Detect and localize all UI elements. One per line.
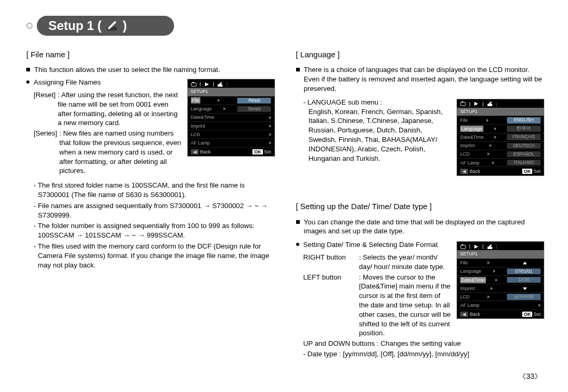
svg-rect-10 bbox=[462, 244, 463, 245]
svg-marker-7 bbox=[474, 102, 478, 106]
page-title-prefix: Setup 1 ( bbox=[48, 18, 102, 33]
lcd-tab-icons: | | | bbox=[188, 79, 275, 88]
section-title-datetime: [ Setting up the Date/ Time/ Date type ] bbox=[296, 201, 545, 212]
lcd-language: | | | SETUP1 FileENGLISH Language한국어 Dat… bbox=[457, 99, 544, 177]
datetype-line: - Date type : [yy/mm/dd], [Off], [dd/mm/… bbox=[303, 349, 545, 359]
page-title-pill: Setup 1 ( ) bbox=[37, 16, 174, 36]
lcd1-header: SETUP1 bbox=[188, 88, 275, 96]
datetime-intro: You can change the date and time that wi… bbox=[296, 218, 545, 236]
assigning-file-names: Assigning File Names bbox=[26, 78, 182, 87]
header-dot-icon bbox=[26, 23, 33, 29]
language-intro: There is a choice of languages that can … bbox=[296, 65, 545, 93]
filename-notes: - The first stored folder name is 100SSC… bbox=[34, 181, 275, 270]
page-header: Setup 1 ( ) bbox=[26, 16, 544, 36]
series-definition: [Series] : New files are named using num… bbox=[34, 129, 182, 176]
reset-definition: [Reset] : After using the reset function… bbox=[34, 90, 182, 128]
svg-rect-2 bbox=[192, 82, 194, 83]
right-button-def: RIGHT button : Selects the year/ month/ … bbox=[303, 253, 452, 272]
updown-line: UP and DOWN buttons : Changes the settin… bbox=[303, 339, 545, 348]
pencil-icon bbox=[105, 20, 119, 32]
svg-rect-1 bbox=[191, 82, 196, 86]
svg-marker-11 bbox=[474, 245, 478, 249]
left-column: [ File name ] This function allows the u… bbox=[26, 45, 275, 359]
section-title-filename: [ File name ] bbox=[26, 49, 275, 60]
lcd-datetime: | | | SETUP1 File Language07/01/01 Date&… bbox=[457, 241, 544, 319]
right-column: [ Language ] There is a choice of langua… bbox=[296, 45, 545, 359]
lcd-filename: | | | SETUP1 FileReset LanguageSeries Da… bbox=[187, 79, 275, 157]
svg-rect-6 bbox=[462, 101, 463, 102]
svg-marker-3 bbox=[205, 82, 209, 86]
filename-intro: This function allows the user to select … bbox=[26, 65, 275, 75]
page-title-suffix: ) bbox=[123, 18, 127, 33]
section-title-language: [ Language ] bbox=[296, 49, 545, 60]
svg-rect-5 bbox=[461, 102, 465, 106]
page-number: 《33》 bbox=[519, 372, 542, 381]
svg-rect-9 bbox=[461, 245, 465, 248]
date-format-bullet: Setting Date/ Time & Selecting Date Form… bbox=[296, 240, 452, 250]
left-button-def: LEFT button : Moves the cursor to the [D… bbox=[303, 273, 452, 338]
